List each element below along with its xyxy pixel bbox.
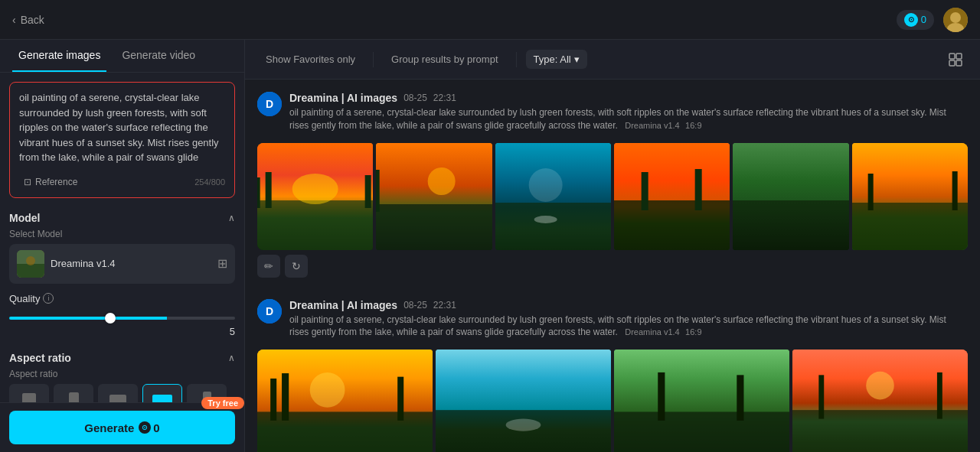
image-cell-1-5[interactable]	[733, 143, 848, 250]
group-app-name-2: Dreamina | AI images	[289, 299, 397, 311]
content-area: D Dreamina | AI images 08-25 22:31 oil p…	[245, 80, 980, 452]
aspect-ratio-sub: Aspect ratio	[9, 369, 235, 379]
tab-generate-images[interactable]: Generate images	[12, 40, 106, 72]
select-model-label: Select Model	[9, 229, 235, 239]
image-grid-1	[257, 143, 968, 250]
quality-slider[interactable]	[9, 317, 235, 320]
image-group-1: D Dreamina | AI images 08-25 22:31 oil p…	[257, 92, 968, 278]
svg-point-1	[950, 12, 961, 23]
svg-point-26	[528, 168, 562, 202]
group-meta-1: Dreamina | AI images 08-25 22:31 oil pai…	[289, 92, 968, 135]
svg-rect-25	[495, 203, 611, 250]
model-thumb-image	[17, 250, 44, 278]
type-label: Type: All	[534, 54, 571, 65]
svg-rect-45	[282, 373, 289, 421]
right-content: Show Favorites only Group results by pro…	[245, 40, 980, 452]
generate-button[interactable]: Generate ⊙ 0	[9, 411, 235, 444]
svg-point-49	[506, 419, 541, 431]
group-avatar-icon-1: D	[257, 92, 282, 116]
svg-point-43	[310, 372, 345, 408]
reference-icon: ⊡	[24, 177, 31, 187]
edit-button-1[interactable]: ✏	[257, 255, 280, 278]
image-cell-1-3[interactable]	[495, 143, 611, 250]
svg-rect-7	[956, 54, 962, 59]
svg-rect-20	[376, 204, 492, 250]
grid-view-button[interactable]	[943, 47, 968, 72]
model-settings-icon[interactable]: ⊞	[217, 256, 227, 271]
image-cell-1-6[interactable]	[852, 143, 968, 250]
group-time-1: 22:31	[433, 93, 456, 103]
coin-badge[interactable]: ⊙ 0	[897, 10, 934, 30]
aspect-ratio-header[interactable]: Aspect ratio ∧	[9, 347, 235, 369]
image-cell-2-4[interactable]	[792, 350, 968, 452]
aspect-btn-portrait[interactable]	[54, 384, 93, 403]
tab-generate-video[interactable]: Generate video	[116, 40, 201, 72]
toolbar-divider-1	[373, 52, 374, 67]
group-header-2: D Dreamina | AI images 08-25 22:31 oil p…	[257, 299, 968, 343]
svg-rect-17	[365, 175, 371, 208]
group-title-row-2: Dreamina | AI images 08-25 22:31	[289, 299, 968, 311]
svg-rect-6	[949, 54, 955, 59]
aspect-btn-square[interactable]	[9, 384, 49, 403]
image-cell-1-1[interactable]	[257, 143, 373, 250]
svg-rect-9	[956, 60, 962, 66]
toolbar-divider-2	[516, 52, 517, 67]
main-layout: Generate images Generate video ⊡ Referen…	[0, 40, 980, 452]
generate-btn-container: Try free Generate ⊙ 0	[0, 402, 244, 452]
aspect-btn-landscape[interactable]	[98, 384, 138, 403]
sidebar: Generate images Generate video ⊡ Referen…	[0, 40, 245, 452]
sidebar-tabs: Generate images Generate video	[0, 40, 244, 73]
quality-value: 5	[230, 326, 235, 337]
aspect-shape-square	[22, 393, 36, 403]
model-info: Dreamina v1.4	[17, 250, 116, 278]
model-section: Model ∧ Select Model Dreamina v1.4	[9, 207, 235, 284]
svg-rect-4	[17, 264, 44, 278]
image-2-2	[436, 350, 611, 452]
image-group-2: D Dreamina | AI images 08-25 22:31 oil p…	[257, 299, 968, 452]
image-2-1	[257, 350, 433, 452]
svg-point-14	[292, 174, 338, 204]
reference-button[interactable]: ⊡ Reference	[19, 174, 82, 190]
aspect-shape-wide	[152, 395, 172, 403]
quality-info-icon[interactable]: i	[43, 293, 54, 304]
group-by-label: Group results by prompt	[391, 54, 498, 65]
model-name: Dreamina v1.4	[51, 258, 116, 269]
svg-rect-29	[614, 200, 730, 250]
svg-rect-13	[257, 200, 373, 250]
image-cell-2-1[interactable]	[257, 350, 433, 452]
back-button[interactable]: ‹ Back	[12, 14, 44, 26]
model-thumbnail	[17, 250, 44, 278]
prompt-input[interactable]	[19, 90, 225, 165]
group-by-prompt-button[interactable]: Group results by prompt	[383, 48, 506, 70]
group-time-2: 22:31	[433, 300, 456, 311]
svg-rect-31	[695, 169, 702, 210]
model-section-header[interactable]: Model ∧	[9, 207, 235, 229]
avatar[interactable]	[943, 8, 968, 32]
image-1-5	[733, 143, 848, 250]
generate-label: Generate	[84, 421, 134, 434]
refresh-button-1[interactable]: ↻	[285, 255, 308, 278]
show-favorites-button[interactable]: Show Favorites only	[257, 48, 364, 70]
coin-count: 0	[921, 14, 926, 25]
svg-rect-58	[937, 372, 942, 419]
image-cell-2-3[interactable]	[614, 350, 789, 452]
image-cell-2-2[interactable]	[436, 350, 611, 452]
group-avatar-icon-2: D	[257, 299, 282, 324]
svg-text:D: D	[266, 305, 273, 317]
image-cell-1-2[interactable]	[376, 143, 492, 250]
group-avatar-2: D	[257, 299, 282, 324]
svg-rect-30	[642, 172, 648, 210]
svg-rect-33	[733, 200, 848, 250]
back-chevron-icon: ‹	[12, 14, 16, 26]
type-selector[interactable]: Type: All ▾	[526, 50, 587, 69]
image-cell-1-4[interactable]	[614, 143, 730, 250]
group-app-name-1: Dreamina | AI images	[289, 92, 397, 104]
svg-point-5	[26, 256, 35, 265]
group-prompt-1: oil painting of a serene, crystal-clear …	[289, 106, 968, 132]
header-right: ⊙ 0	[897, 8, 968, 32]
image-grid-2	[257, 350, 968, 452]
aspect-btn-wide[interactable]	[142, 384, 182, 403]
aspect-shape-landscape	[109, 395, 126, 403]
group-meta-2: Dreamina | AI images 08-25 22:31 oil pai…	[289, 299, 968, 343]
model-selector[interactable]: Dreamina v1.4 ⊞	[9, 244, 235, 284]
